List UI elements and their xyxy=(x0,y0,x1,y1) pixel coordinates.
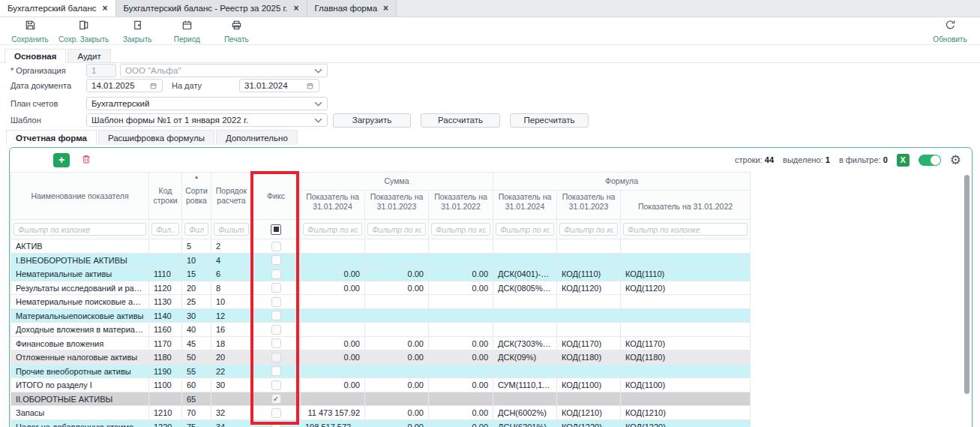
refresh-button[interactable]: Обновить xyxy=(929,19,971,44)
window-tab[interactable]: Бухгалтерский баланс - Реестр за 2025 г.… xyxy=(116,0,307,17)
filter-toggle[interactable] xyxy=(919,155,941,166)
column-header-s22[interactable]: Показатель на 31.01.2022 xyxy=(429,191,493,220)
column-header-order[interactable]: Порядок расчета xyxy=(211,173,252,220)
window-tab[interactable]: Главная форма× xyxy=(307,0,397,17)
column-header-f23[interactable]: Показатель на 31.01.2023 xyxy=(557,191,621,220)
table-row[interactable]: Налог на добавленную стоимость по пр...1… xyxy=(11,419,751,427)
on-date-input[interactable]: 31.01.2024 xyxy=(239,79,319,92)
settings-button[interactable]: ⚙ xyxy=(950,154,961,167)
delete-row-button[interactable] xyxy=(79,152,94,167)
table-row[interactable]: АКТИВ52 xyxy=(11,239,751,254)
fix-checkbox[interactable] xyxy=(271,408,281,418)
fix-checkbox[interactable]: ✓ xyxy=(271,394,281,404)
cell-f23 xyxy=(557,308,621,323)
cell-f24: ДСК(0805%)+ДСК(08... xyxy=(493,281,557,295)
org-code-field[interactable]: 1 xyxy=(86,64,116,77)
table-row[interactable]: Нематериальные поисковые активы11302510 xyxy=(11,295,751,309)
column-header-code[interactable]: Код строки xyxy=(149,173,182,220)
filter-input-f22[interactable] xyxy=(623,223,748,236)
fix-checkbox[interactable] xyxy=(271,366,281,376)
cell-code: 1130 xyxy=(149,295,182,309)
tab-report[interactable]: Дополнительно xyxy=(216,130,298,145)
filter-input-sort[interactable] xyxy=(184,223,208,236)
column-header-s23[interactable]: Показатель на 31.01.2023 xyxy=(365,191,429,220)
calendar-icon[interactable] xyxy=(149,82,157,90)
filter-input-f24[interactable] xyxy=(496,223,554,236)
calculate-button[interactable]: Рассчитать xyxy=(421,113,500,128)
cell-f23 xyxy=(557,253,621,267)
filter-input-order[interactable] xyxy=(214,223,249,236)
table-row[interactable]: ИТОГО по разделу I110060300.000.000.00СУ… xyxy=(11,378,751,392)
table-row[interactable]: I.ВНЕОБОРОТНЫЕ АКТИВЫ104 xyxy=(11,253,751,267)
filter-input-f23[interactable] xyxy=(559,223,618,236)
table-row[interactable]: Финансовые вложения117045180.000.000.00Д… xyxy=(11,336,751,350)
table-row[interactable]: Доходные вложения в материальные ц...116… xyxy=(11,323,751,337)
recalculate-button[interactable]: Пересчитать xyxy=(510,113,589,128)
load-button[interactable]: Загрузить xyxy=(333,113,411,128)
fix-checkbox[interactable] xyxy=(271,380,281,390)
fix-checkbox[interactable] xyxy=(271,255,281,265)
fix-select-all-checkbox[interactable] xyxy=(271,224,281,235)
doc-date-input[interactable]: 14.01.2025 xyxy=(86,79,163,92)
cell-f24 xyxy=(493,295,557,309)
template-select[interactable]: Шаблон формы №1 от 1 января 2022 г. xyxy=(86,113,328,127)
window-tab[interactable]: Бухгалтерский баланс× xyxy=(0,0,116,17)
add-row-button[interactable]: + xyxy=(53,153,70,167)
filter-input-s24[interactable] xyxy=(303,223,362,236)
table-row[interactable]: Запасы1210703211 473 157.920.000.00ДСН(6… xyxy=(11,406,751,420)
close-icon[interactable]: × xyxy=(103,4,108,13)
cell-f22: КОД(1120) xyxy=(621,281,751,295)
filter-cell-code xyxy=(149,220,182,239)
toolbar-save-button[interactable]: Сохранить xyxy=(9,19,51,44)
fix-checkbox[interactable] xyxy=(271,283,281,293)
close-icon[interactable]: × xyxy=(383,4,388,13)
fix-checkbox[interactable] xyxy=(271,242,281,251)
sort-asc-icon[interactable]: ▲ xyxy=(182,174,211,179)
cell-name: Запасы xyxy=(11,406,149,420)
column-header-sort[interactable]: ▲Сортировка xyxy=(182,173,211,220)
cell-s22: 0.00 xyxy=(429,419,493,427)
close-icon[interactable]: × xyxy=(293,4,298,13)
tab-report[interactable]: Отчетная форма xyxy=(6,130,97,145)
column-header-fix[interactable]: Фикс xyxy=(252,173,301,220)
fix-checkbox[interactable] xyxy=(271,269,281,279)
fix-checkbox[interactable] xyxy=(271,353,281,362)
filter-input-code[interactable] xyxy=(151,223,179,236)
table-row[interactable]: Результаты исследований и разработок1120… xyxy=(11,281,751,295)
fix-checkbox[interactable] xyxy=(271,422,281,427)
filter-input-s22[interactable] xyxy=(431,223,490,236)
fix-checkbox[interactable] xyxy=(271,297,281,307)
filter-input-name[interactable] xyxy=(13,223,146,236)
fix-checkbox[interactable] xyxy=(271,338,281,348)
toolbar-save-close-button[interactable]: Сохр. Закрыть xyxy=(58,19,109,44)
tab-report[interactable]: Расшифровка формулы xyxy=(98,130,214,145)
filter-input-s23[interactable] xyxy=(367,223,426,236)
column-header-f24[interactable]: Показатель на 31.01.2024 xyxy=(493,191,557,220)
cell-sort: 5 xyxy=(182,239,211,254)
toolbar-print-button[interactable]: Печать xyxy=(215,19,257,44)
fix-checkbox[interactable] xyxy=(271,311,281,320)
cell-name: АКТИВ xyxy=(11,239,149,254)
export-excel-button[interactable]: X xyxy=(897,154,910,167)
column-header-name[interactable]: Наименование показателя xyxy=(11,173,149,220)
table-row[interactable]: Прочие внеоборотные активы11905522 xyxy=(11,364,751,378)
table-row[interactable]: Материальныепоисковые активы11403012 xyxy=(11,308,751,323)
org-select[interactable]: ООО "Альфа" xyxy=(120,64,328,77)
tab-main-active[interactable]: Основная xyxy=(4,49,66,63)
table-row[interactable]: Нематериальные активы11101560.000.000.00… xyxy=(11,267,751,281)
tab-main[interactable]: Аудит xyxy=(67,49,110,62)
toolbar-close-button[interactable]: Закрыть xyxy=(116,19,158,44)
cell-code: 1180 xyxy=(149,350,182,365)
table-row[interactable]: II.ОБОРОТНЫЕ АКТИВЫ65✓ xyxy=(11,392,751,406)
filter-cell-order xyxy=(211,220,252,239)
table-row[interactable]: Отложенные налоговые активы118050200.000… xyxy=(11,350,751,365)
cell-f22 xyxy=(621,364,751,378)
accounts-select[interactable]: Бухгалтерский xyxy=(86,97,328,110)
column-header-s24[interactable]: Показатель на 31.01.2024 xyxy=(301,191,365,220)
vertical-scrollbar[interactable] xyxy=(964,175,970,394)
fix-checkbox[interactable] xyxy=(271,325,281,335)
calendar-icon[interactable] xyxy=(306,82,314,90)
cell-sort: 40 xyxy=(182,323,211,337)
toolbar-period-button[interactable]: Период xyxy=(166,19,208,44)
column-header-f22[interactable]: Показатель на 31.01.2022 xyxy=(621,191,751,220)
